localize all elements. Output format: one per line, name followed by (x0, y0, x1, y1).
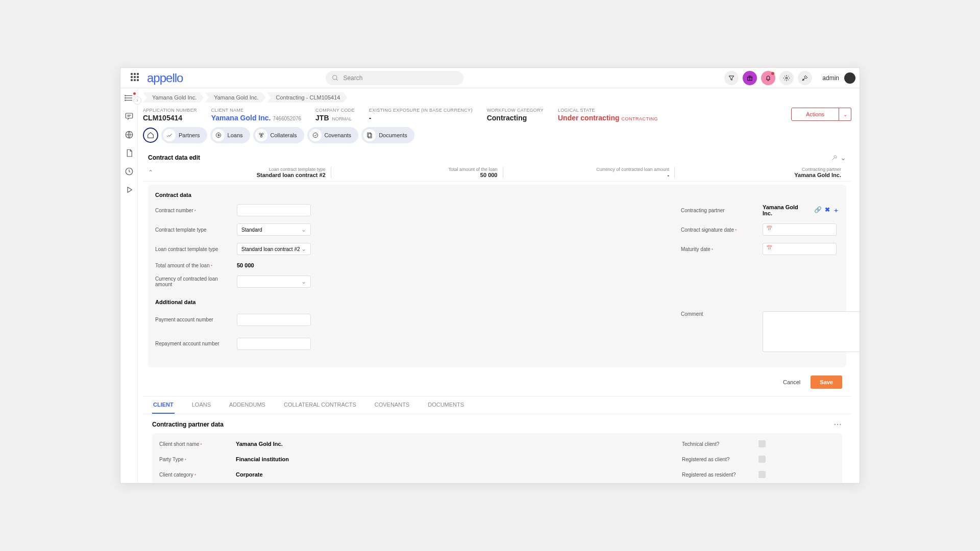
svg-rect-22 (369, 134, 372, 138)
link-icon[interactable]: 🔗 (814, 206, 822, 215)
maturity-date-input[interactable] (763, 243, 837, 255)
user-area[interactable]: admin (822, 72, 855, 84)
rail-clock-icon[interactable] (125, 167, 134, 176)
svg-point-3 (786, 77, 788, 79)
pill-documents[interactable]: Documents (361, 127, 414, 143)
signature-date-label: Contract signature date (681, 227, 757, 233)
tab-collateral[interactable]: COLLATERAL CONTRACTS (283, 396, 357, 414)
svg-line-1 (336, 79, 338, 80)
form-heading-additional: Additional data (155, 299, 839, 305)
header-row: APPLICATION NUMBER CLM105414 CLIENT NAME… (143, 106, 851, 127)
exposure: - (369, 114, 473, 122)
comment-label: Comment (681, 311, 757, 317)
content-area: › Yamana Gold Inc. Yamana Gold Inc. Cont… (120, 88, 860, 483)
apps-grid-icon[interactable] (131, 73, 141, 83)
breadcrumb-item[interactable]: Contracting - CLM105414 (266, 92, 347, 103)
add-icon[interactable]: ＋ (833, 206, 839, 215)
payment-acc-input[interactable] (237, 314, 311, 326)
contract-number-input[interactable] (237, 204, 311, 216)
tab-addendums[interactable]: ADDENDUMS (228, 396, 266, 414)
repayment-acc-input[interactable] (237, 338, 311, 350)
rail-play-icon[interactable] (125, 185, 134, 194)
currency-label: Currency of contracted loan amount (155, 276, 232, 287)
rail-globe-icon[interactable] (125, 130, 134, 139)
tab-client[interactable]: CLIENT (152, 396, 175, 414)
rail-chat-icon[interactable] (125, 112, 134, 121)
signature-date-input[interactable] (763, 223, 837, 236)
tools-icon[interactable] (798, 71, 812, 85)
rail-doc-icon[interactable] (125, 148, 134, 158)
svg-point-4 (849, 76, 851, 78)
party-type-value: Financial institution (236, 456, 338, 462)
main-content: Yamana Gold Inc. Yamana Gold Inc. Contra… (138, 88, 860, 483)
client-category-value: Corporate (236, 471, 338, 478)
filter-icon[interactable] (724, 71, 739, 85)
client-name-link[interactable]: Yamana Gold Inc.7466052076 (211, 114, 301, 122)
remove-icon[interactable]: ✖ (825, 206, 830, 215)
svg-point-8 (125, 95, 126, 96)
rail-tasks-icon[interactable] (125, 93, 134, 103)
contract-number-label: Contract number (155, 208, 232, 213)
gear-icon[interactable] (779, 71, 794, 85)
breadcrumb-item[interactable]: Yamana Gold Inc. (205, 92, 265, 103)
topbar-right: admin (724, 71, 855, 85)
pill-loans[interactable]: Loans (210, 127, 250, 143)
company-code-label: COMPANY CODE (315, 108, 355, 113)
nav-pills: Partners Loans Collaterals Covenants Doc… (143, 127, 851, 143)
client-panel: Client short name Yamana Gold Inc. Techn… (152, 433, 842, 483)
more-icon[interactable]: ⋯ (834, 419, 842, 429)
loan-template-label: Loan contract template type (155, 246, 232, 252)
bell-icon[interactable] (761, 71, 775, 85)
technical-client-checkbox[interactable] (758, 440, 766, 447)
loan-template-select[interactable]: Standard loan contract #2 (237, 243, 311, 255)
form-heading-contract: Contract data (155, 192, 839, 198)
svg-point-0 (333, 75, 337, 79)
breadcrumb-item[interactable]: Yamana Gold Inc. (143, 92, 204, 103)
client-section-title: Contracting partner data (152, 421, 224, 428)
workflow-label: WORKFLOW CATEGORY (487, 108, 544, 113)
short-name-value: Yamana Gold Inc. (236, 441, 338, 447)
tab-documents[interactable]: DOCUMENTS (427, 396, 465, 414)
repayment-acc-label: Repayment account number (155, 341, 232, 346)
total-amount-value: 50 000 (237, 262, 313, 268)
app-number: CLM105414 (143, 114, 197, 122)
actions-button[interactable]: Actions (791, 108, 839, 121)
section-settings-icon[interactable]: ⌄ (831, 154, 846, 162)
contracting-partner-label: Contracting partner (681, 208, 757, 213)
tab-loans[interactable]: LOANS (191, 396, 212, 414)
logical-state: Under contracting CONTRACTING (558, 114, 658, 122)
svg-rect-21 (368, 133, 371, 137)
cancel-button[interactable]: Cancel (778, 375, 805, 389)
search-input[interactable]: Search (326, 71, 463, 85)
summary-row: ⌃ Loan contract template typeStandard lo… (143, 165, 851, 182)
pill-home[interactable] (143, 127, 158, 143)
pill-collaterals[interactable]: Collaterals (253, 127, 304, 143)
reg-client-checkbox[interactable] (758, 456, 766, 463)
form-panel: Contract data Contract number Contractin… (148, 185, 846, 367)
app-frame: appello Search admin › (120, 67, 860, 484)
client-section: Contracting partner data ⋯ Client short … (143, 414, 851, 483)
client-category-label: Client category (159, 472, 236, 478)
collapse-icon[interactable]: ⌃ (148, 169, 153, 176)
short-name-label: Client short name (159, 441, 236, 447)
logo: appello (147, 71, 183, 85)
actions-dropdown-icon[interactable]: ⌄ (839, 108, 851, 121)
gift-icon[interactable] (743, 71, 757, 85)
reg-resident-checkbox[interactable] (758, 471, 766, 478)
payment-acc-label: Payment account number (155, 317, 232, 322)
template-type-label: Contract template type (155, 227, 232, 233)
state-label: LOGICAL STATE (558, 108, 658, 113)
template-type-select[interactable]: Standard (237, 223, 311, 236)
svg-point-10 (125, 100, 126, 101)
rail-expand-icon[interactable]: › (133, 96, 141, 105)
client-name-label: CLIENT NAME (211, 108, 301, 113)
total-amount-label: Total amount of the loan (155, 263, 232, 268)
currency-select[interactable] (237, 276, 311, 288)
reg-client-label: Registered as client? (682, 457, 758, 462)
exposure-label: EXISTING EXPOSURE (IN BASE CURRENCY) (369, 108, 473, 113)
tab-covenants[interactable]: COVENANTS (374, 396, 410, 414)
pill-partners[interactable]: Partners (161, 127, 207, 143)
comment-textarea[interactable] (763, 311, 860, 352)
pill-covenants[interactable]: Covenants (307, 127, 359, 143)
save-button[interactable]: Save (811, 375, 842, 389)
